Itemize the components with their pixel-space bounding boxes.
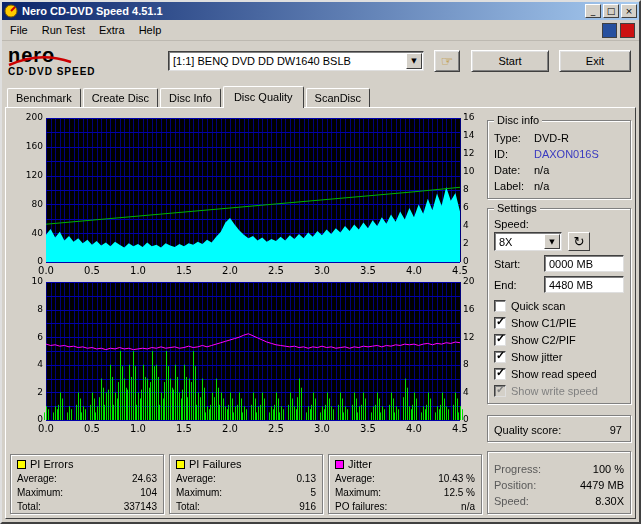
titlebar: Nero CD-DVD Speed 4.51.1 _ □ ×	[2, 2, 639, 20]
stat-value: 104	[140, 486, 157, 500]
exit-button[interactable]: Exit	[559, 50, 631, 72]
disc-info-title: Disc info	[494, 114, 542, 126]
minimize-button[interactable]: _	[585, 4, 601, 18]
pi-failures-chart	[10, 277, 482, 435]
disc-date-label: Date:	[494, 162, 534, 178]
maximize-button[interactable]: □	[603, 4, 619, 18]
app-window: Nero CD-DVD Speed 4.51.1 _ □ × File Run …	[0, 0, 641, 524]
checkbox-box[interactable]	[494, 334, 506, 346]
pi-failures-color-chip	[176, 460, 185, 469]
tabstrip: Benchmark Create Disc Disc Info Disc Qua…	[2, 81, 639, 107]
checkbox-show-jitter[interactable]: Show jitter	[494, 348, 624, 365]
pi-errors-color-chip	[17, 460, 26, 469]
quality-score-value: 97	[610, 424, 622, 436]
app-icon	[4, 4, 18, 18]
charts-column: PI Errors Average:24.63 Maximum:104 Tota…	[10, 113, 482, 514]
checkbox-label: Show read speed	[511, 368, 597, 380]
stat-value: 24.63	[132, 472, 157, 486]
checkbox-box	[494, 385, 506, 397]
checkbox-show-c2-pif[interactable]: Show C2/PIF	[494, 331, 624, 348]
stat-value: 12.5 %	[444, 486, 475, 500]
tab-scandisc[interactable]: ScanDisc	[306, 88, 370, 107]
start-position-input[interactable]: 0000 MB	[544, 255, 624, 272]
menubar: File Run Test Extra Help	[2, 20, 639, 41]
quality-score-label: Quality score:	[494, 424, 561, 436]
nero-logo-subtitle: CD·DVD SPEED	[8, 67, 158, 77]
close-button[interactable]: ×	[621, 4, 637, 18]
hand-icon: ☞	[441, 53, 454, 69]
jitter-color-chip	[335, 460, 344, 469]
settings-title: Settings	[494, 202, 540, 214]
position-label: Position:	[494, 477, 536, 493]
checkbox-box[interactable]	[494, 317, 506, 329]
stat-label: Average:	[335, 472, 375, 486]
checkbox-show-c1-pie[interactable]: Show C1/PIE	[494, 314, 624, 331]
nero-badge-icon[interactable]	[620, 23, 635, 38]
checkbox-show-read-speed[interactable]: Show read speed	[494, 365, 624, 382]
stat-label: Total:	[176, 500, 200, 514]
disc-date-value: n/a	[534, 162, 549, 178]
checkbox-quick-scan[interactable]: Quick scan	[494, 297, 624, 314]
disc-label-label: Label:	[494, 178, 534, 194]
drive-select-value: [1:1] BENQ DVD DD DW1640 BSLB	[173, 55, 351, 67]
start-button[interactable]: Start	[471, 50, 549, 72]
checkbox-label: Show C2/PIF	[511, 334, 576, 346]
progress-label: Progress:	[494, 461, 541, 477]
window-title: Nero CD-DVD Speed 4.51.1	[22, 5, 163, 17]
menu-run-test[interactable]: Run Test	[35, 21, 92, 39]
stat-value: 916	[299, 500, 316, 514]
checkbox-label: Quick scan	[511, 300, 565, 312]
disc-type-label: Type:	[494, 130, 534, 146]
chevron-down-icon[interactable]: ▼	[406, 53, 422, 69]
start-position-label: Start:	[494, 258, 520, 270]
stat-value: 0.13	[297, 472, 316, 486]
checkbox-box[interactable]	[494, 351, 506, 363]
pi-errors-title: PI Errors	[30, 458, 73, 470]
menu-file[interactable]: File	[3, 21, 35, 39]
checkbox-show-write-speed: Show write speed	[494, 382, 624, 399]
checkbox-label: Show write speed	[511, 385, 598, 397]
pi-errors-panel: PI Errors Average:24.63 Maximum:104 Tota…	[10, 454, 164, 514]
stat-value: 10.43 %	[438, 472, 475, 486]
disc-quality-page: PI Errors Average:24.63 Maximum:104 Tota…	[5, 107, 636, 519]
stat-label: Average:	[17, 472, 57, 486]
eject-hand-button[interactable]: ☞	[434, 50, 460, 72]
stat-value: 5	[310, 486, 316, 500]
position-value: 4479 MB	[580, 477, 624, 493]
settings-group: Settings Speed: 8X ▼ ↻ Start: 0000 MB En…	[487, 208, 631, 404]
tab-create-disc[interactable]: Create Disc	[83, 88, 158, 107]
disc-label-value: n/a	[534, 178, 549, 194]
tab-benchmark[interactable]: Benchmark	[7, 88, 81, 107]
end-position-label: End:	[494, 279, 517, 291]
menu-help[interactable]: Help	[132, 21, 169, 39]
jitter-title: Jitter	[348, 458, 372, 470]
book-icon[interactable]	[602, 23, 617, 38]
tab-disc-info[interactable]: Disc Info	[160, 88, 221, 107]
chevron-down-icon[interactable]: ▼	[544, 234, 560, 249]
refresh-button[interactable]: ↻	[568, 232, 590, 251]
checkbox-box[interactable]	[494, 300, 506, 312]
speed-select-value: 8X	[499, 236, 512, 248]
disc-type-value: DVD-R	[534, 130, 569, 146]
end-position-input[interactable]: 4480 MB	[544, 276, 624, 293]
quality-score-group: Quality score: 97	[487, 415, 631, 442]
stats-row: PI Errors Average:24.63 Maximum:104 Tota…	[10, 454, 482, 514]
disc-id-label: ID:	[494, 146, 534, 162]
stat-label: Total:	[17, 500, 41, 514]
progress-group: Progress:100 % Position:4479 MB Speed:8.…	[487, 451, 631, 514]
pi-errors-chart	[10, 113, 482, 277]
checkbox-box[interactable]	[494, 368, 506, 380]
speed-readout-label: Speed:	[494, 493, 529, 509]
speed-select[interactable]: 8X ▼	[494, 232, 562, 251]
checkbox-label: Show C1/PIE	[511, 317, 576, 329]
menu-extra[interactable]: Extra	[92, 21, 132, 39]
speed-label: Speed:	[494, 218, 624, 230]
disc-info-group: Disc info Type:DVD-R ID:DAXON016S Date:n…	[487, 120, 631, 199]
stat-label: PO failures:	[335, 500, 387, 514]
drive-select[interactable]: [1:1] BENQ DVD DD DW1640 BSLB ▼	[168, 51, 424, 71]
disc-id-value[interactable]: DAXON016S	[534, 146, 599, 162]
stat-label: Maximum:	[335, 486, 381, 500]
pi-failures-title: PI Failures	[189, 458, 242, 470]
stat-label: Maximum:	[176, 486, 222, 500]
tab-disc-quality[interactable]: Disc Quality	[223, 86, 304, 108]
